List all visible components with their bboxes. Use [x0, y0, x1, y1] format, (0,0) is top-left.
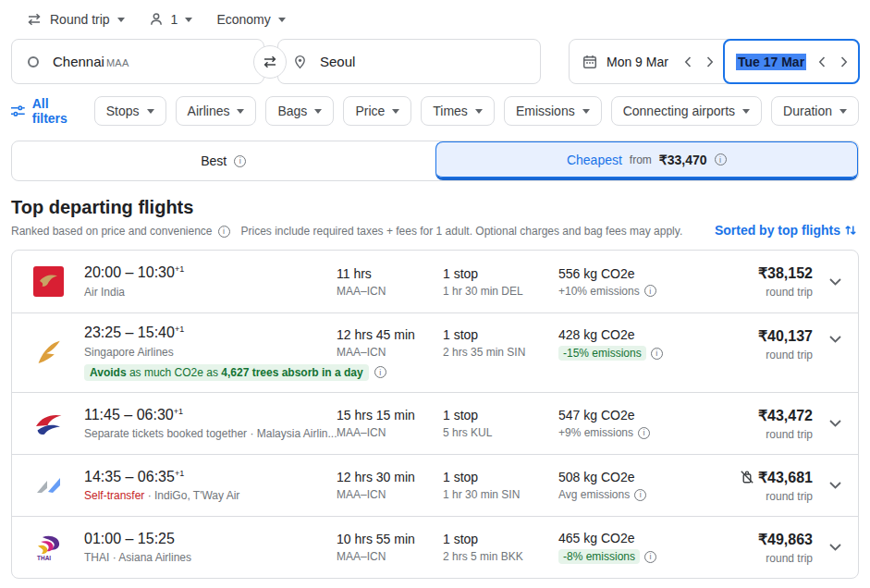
departure-date-value: Mon 9 Mar	[607, 55, 668, 69]
expand-flight-button[interactable]	[813, 278, 858, 286]
price-cell: ₹49,863 round trip	[729, 531, 813, 565]
flight-times: 01:00 – 15:25	[84, 531, 337, 547]
sorted-by-label: Sorted by top flights	[715, 223, 840, 238]
flight-row-thai-asiana[interactable]: THAI 01:00 – 15:25 THAI · Asiana Airline…	[12, 516, 858, 578]
flight-row-malaysia-airlines[interactable]: 11:45 – 06:30+1 Separate tickets booked …	[12, 392, 858, 454]
filter-chip-airlines[interactable]: Airlines	[176, 96, 257, 126]
malaysia-airlines-logo-icon	[12, 409, 84, 439]
origin-value: ChennaiMAA	[53, 54, 129, 69]
chevron-down-icon	[829, 278, 841, 286]
info-icon[interactable]	[644, 285, 656, 297]
chevron-down-icon	[314, 109, 322, 114]
origin-field[interactable]: ChennaiMAA	[11, 39, 264, 84]
info-icon[interactable]	[638, 427, 650, 439]
duration-cell: 12 hrs 45 min MAA–ICN	[337, 313, 443, 359]
passengers-select[interactable]: 1	[149, 12, 193, 27]
all-filters-button[interactable]: All filters	[11, 96, 78, 126]
info-icon[interactable]	[644, 551, 656, 563]
info-icon[interactable]	[715, 153, 727, 165]
filter-chip-price[interactable]: Price	[343, 96, 411, 126]
flight-main-info: 01:00 – 15:25 THAI · Asiana Airlines	[84, 531, 337, 564]
expand-flight-button[interactable]	[813, 420, 858, 427]
return-date-next-button[interactable]	[834, 52, 854, 72]
co2-value: 508 kg CO2e	[558, 470, 729, 484]
info-icon[interactable]	[634, 489, 646, 501]
tab-best[interactable]: Best	[12, 141, 435, 180]
emissions-cell: 465 kg CO2e -8% emissions	[558, 531, 729, 564]
thai-airways-logo-icon: THAI	[12, 533, 84, 563]
layover-value: 2 hrs 5 min BKK	[443, 550, 558, 563]
sort-arrows-icon	[844, 224, 857, 237]
flight-row-indigo-tway[interactable]: 14:35 – 06:35+1 Self-transfer · IndiGo, …	[12, 454, 858, 516]
filters-bar: All filters Stops Airlines Bags Price Ti…	[0, 84, 870, 135]
co2-value: 556 kg CO2e	[558, 266, 729, 281]
filter-chip-duration[interactable]: Duration	[771, 96, 859, 126]
chevron-left-icon	[684, 56, 692, 67]
departure-date-next-button[interactable]	[700, 52, 720, 72]
route-value: MAA–ICN	[337, 426, 443, 439]
chevron-right-icon	[706, 56, 714, 67]
tab-cheapest[interactable]: Cheapest from ₹33,470	[435, 141, 859, 180]
best-tab-label: Best	[201, 153, 227, 168]
info-icon[interactable]	[651, 348, 663, 360]
chevron-right-icon	[840, 56, 848, 67]
filter-chip-bags[interactable]: Bags	[265, 96, 334, 126]
price-note: round trip	[729, 349, 813, 361]
return-date-prev-button[interactable]	[812, 52, 832, 72]
location-fields: ChennaiMAA Seoul	[11, 39, 541, 84]
destination-field[interactable]: Seoul	[277, 39, 541, 84]
cabin-class-select[interactable]: Economy	[216, 12, 285, 27]
chevron-down-icon	[237, 109, 244, 114]
chevron-down-icon	[829, 482, 841, 489]
expand-flight-button[interactable]	[813, 544, 858, 551]
route-value: MAA–ICN	[337, 488, 443, 501]
chevron-down-icon	[582, 109, 590, 114]
chevron-down-icon	[147, 109, 154, 114]
departure-date-field[interactable]: Mon 9 Mar	[570, 40, 724, 83]
cheapest-price: ₹33,470	[659, 153, 707, 167]
flight-row-singapore-airlines[interactable]: 23:25 – 15:40+1 Singapore Airlines Avoid…	[12, 312, 858, 392]
flight-times: 23:25 – 15:40+1	[84, 325, 337, 341]
layover-value: 5 hrs KUL	[443, 426, 558, 439]
chevron-down-icon	[839, 109, 847, 114]
emissions-value: +9% emissions	[558, 426, 633, 439]
swap-locations-button[interactable]	[253, 45, 287, 79]
route-value: MAA–ICN	[337, 550, 443, 563]
filter-chip-times[interactable]: Times	[421, 96, 495, 126]
trip-type-select[interactable]: Round trip	[26, 12, 125, 27]
return-date-field[interactable]: Tue 17 Mar	[723, 39, 860, 84]
emissions-cell: 428 kg CO2e -15% emissions	[558, 313, 729, 361]
no-carry-on-bag-icon	[740, 470, 754, 484]
price-cell: ₹38,152 round trip	[729, 264, 813, 299]
info-icon[interactable]	[374, 366, 386, 378]
flight-row-air-india[interactable]: 20:00 – 10:30+1 Air India 11 hrs MAA–ICN…	[12, 251, 858, 312]
eco-note: Avoids as much CO2e as 4,627 trees absor…	[84, 364, 337, 381]
sorted-by-button[interactable]: Sorted by top flights	[715, 223, 857, 238]
info-icon[interactable]	[234, 155, 246, 167]
origin-circle-icon	[27, 55, 40, 68]
airline-name: Separate tickets booked together · Malay…	[84, 427, 337, 440]
airline-name: Self-transfer · IndiGo, T'Way Air	[84, 489, 337, 502]
dates-field: Mon 9 Mar Tue 17 Mar	[569, 39, 860, 84]
subtitle-fees: Prices include required taxes + fees for…	[241, 225, 683, 238]
price-value: ₹43,472	[729, 407, 813, 424]
filter-chip-stops[interactable]: Stops	[94, 96, 166, 126]
filter-chip-emissions[interactable]: Emissions	[504, 96, 602, 126]
round-trip-icon	[26, 13, 43, 26]
destination-value: Seoul	[320, 54, 355, 69]
departure-date-prev-button[interactable]	[678, 52, 698, 72]
filter-chip-connecting-airports[interactable]: Connecting airports	[611, 96, 762, 126]
route-value: MAA–ICN	[337, 346, 443, 359]
price-cell: ₹43,681 round trip	[729, 469, 813, 503]
page-title: Top departing flights	[11, 197, 859, 218]
chevron-down-icon	[185, 18, 192, 22]
chevron-down-icon	[829, 336, 841, 343]
expand-flight-button[interactable]	[813, 482, 858, 489]
duration-cell: 10 hrs 55 min MAA–ICN	[337, 532, 443, 563]
chevron-down-icon	[829, 544, 841, 551]
expand-flight-button[interactable]	[813, 313, 858, 343]
price-value: ₹38,152	[729, 264, 813, 282]
duration-cell: 11 hrs MAA–ICN	[337, 266, 443, 298]
stops-cell: 1 stop 2 hrs 35 min SIN	[443, 313, 558, 359]
info-icon[interactable]	[218, 226, 230, 238]
